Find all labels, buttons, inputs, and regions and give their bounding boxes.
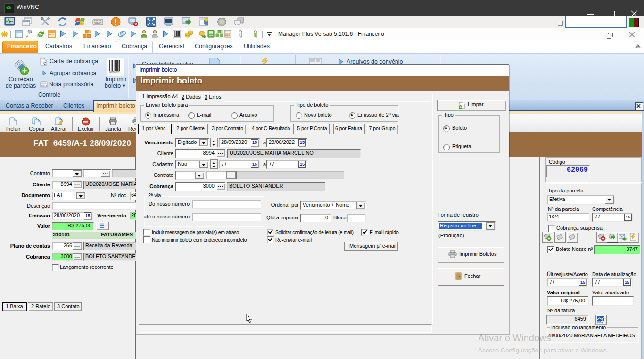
svg-text:c: c xyxy=(43,60,46,66)
svg-text:NFS-e: NFS-e xyxy=(597,321,603,323)
svg-text:80076 2811: 80076 2811 xyxy=(109,71,121,74)
